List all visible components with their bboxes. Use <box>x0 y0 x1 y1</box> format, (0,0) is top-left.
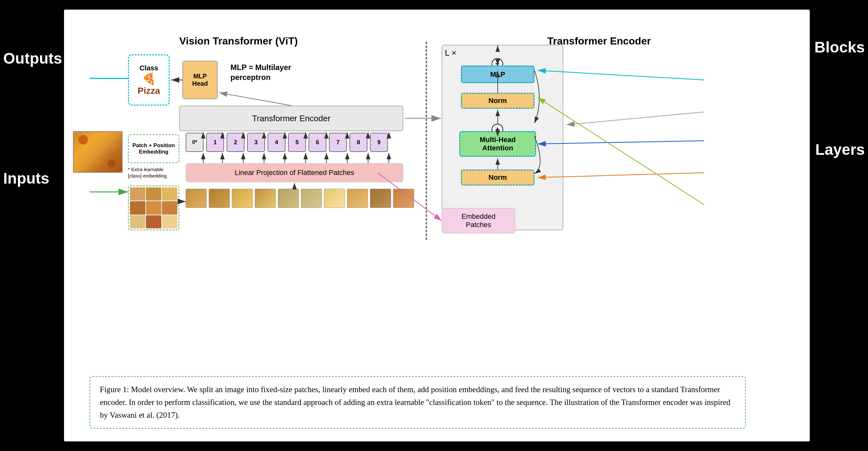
patch-strip-item <box>370 189 391 208</box>
te-mlp-block: MLP <box>461 66 534 83</box>
patch-cell <box>146 187 161 200</box>
patch-strip-item <box>255 189 276 208</box>
token-0: 0* <box>186 133 204 152</box>
section-divider <box>426 41 427 240</box>
token-6: 6 <box>309 133 327 152</box>
mlp-head-box: MLPHead <box>182 61 218 99</box>
embedded-patches-label: EmbeddedPatches <box>462 213 495 229</box>
patch-strip-item <box>301 189 322 208</box>
patch-pos-label: Patch + PositionEmbedding <box>132 142 175 155</box>
lx-label: L × <box>445 48 456 58</box>
main-diagram-container: Vision Transformer (ViT) Transformer Enc… <box>64 9 810 442</box>
mlp-description: MLP = Multilayer perceptron <box>230 62 291 82</box>
te-norm1-block: Norm <box>461 93 534 109</box>
outputs-label: Outputs <box>3 50 62 67</box>
patch-cell <box>146 201 161 214</box>
patch-cell <box>162 215 177 228</box>
layers-label: Layers <box>815 141 865 158</box>
te-mha-block: Multi-HeadAttention <box>459 131 536 157</box>
patch-position-embedding-box: Patch + PositionEmbedding <box>128 134 179 163</box>
patch-cell <box>146 215 161 228</box>
linear-projection-box: Linear Projection of Flattened Patches <box>186 163 403 182</box>
token-4: 4 <box>268 133 285 152</box>
diagram-area: Vision Transformer (ViT) Transformer Enc… <box>90 29 784 246</box>
inputs-label: Inputs <box>3 169 49 187</box>
token-3: 3 <box>247 133 265 152</box>
token-2: 2 <box>226 133 245 152</box>
class-label: Class <box>140 64 158 72</box>
mlp-head-text: MLPHead <box>192 73 208 87</box>
blocks-label: Blocks <box>814 38 865 56</box>
extra-learnable-note: * Extra learnable[class] embedding <box>128 166 181 179</box>
class-output-box: Class 🍕 Pizza <box>128 54 169 105</box>
mlp-desc-line1: MLP = Multilayer <box>230 63 291 72</box>
patch-cell <box>130 187 145 200</box>
transformer-encoder-box: Transformer Encoder <box>179 105 403 131</box>
token-8: 8 <box>349 133 367 152</box>
patches-grid <box>128 186 179 230</box>
patch-cell <box>130 215 145 228</box>
patch-strip-item <box>232 189 253 208</box>
pizza-label: Pizza <box>137 86 160 96</box>
token-5: 5 <box>288 133 306 152</box>
patch-cell <box>130 201 145 214</box>
caption-text: Figure 1: Model overview. We split an im… <box>100 385 731 419</box>
token-row: 0* 1 2 3 4 5 6 7 8 9 <box>186 133 388 152</box>
patch-strip-item <box>186 189 207 208</box>
te-mha-text: Multi-HeadAttention <box>480 136 516 152</box>
te-norm2-block: Norm <box>461 169 534 186</box>
patch-strip <box>186 189 414 208</box>
token-9: 9 <box>370 133 388 152</box>
figure-caption: Figure 1: Model overview. We split an im… <box>90 376 746 429</box>
patch-strip-item <box>324 189 345 208</box>
svg-line-46 <box>566 112 704 125</box>
patch-strip-item <box>209 189 230 208</box>
pizza-emoji-icon: 🍕 <box>142 72 156 86</box>
patch-strip-item <box>278 189 299 208</box>
token-1: 1 <box>206 133 224 152</box>
patch-cell <box>162 201 177 214</box>
svg-line-31 <box>219 93 291 105</box>
vit-title: Vision Transformer (ViT) <box>179 35 298 47</box>
patch-cell <box>162 187 177 200</box>
patch-strip-item <box>393 189 414 208</box>
te-title: Transformer Encoder <box>547 35 651 47</box>
embedded-patches-box: EmbeddedPatches <box>442 208 515 233</box>
patch-strip-item <box>347 189 368 208</box>
mlp-desc-line2: perceptron <box>230 73 271 82</box>
token-7: 7 <box>329 133 347 152</box>
